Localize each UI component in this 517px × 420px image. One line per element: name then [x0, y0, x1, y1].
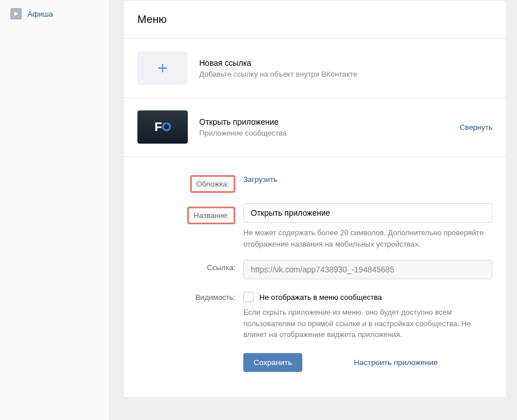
- menu-card: Меню Новая ссылка Добавьте ссылку на объ…: [123, 0, 507, 398]
- row-visibility: Видимость: Не отображать в меню сообщест…: [137, 290, 492, 372]
- app-title: Открыть приложение: [199, 117, 460, 126]
- app-subtitle: Приложение сообщества: [199, 129, 460, 137]
- row-link: Ссылка:: [137, 260, 492, 279]
- cover-value-col: Загрузить: [243, 172, 492, 193]
- name-input[interactable]: [243, 203, 492, 223]
- upload-button[interactable]: Загрузить: [243, 172, 277, 184]
- name-value-col: Не может содержать более 20 символов. До…: [243, 203, 492, 249]
- app-thumbnail: FO: [137, 110, 188, 144]
- action-row: Сохранить Настроить приложение: [243, 353, 492, 372]
- configure-app-button[interactable]: Настроить приложение: [354, 358, 438, 367]
- row-name: Название: Не может содержать более 20 си…: [137, 203, 492, 249]
- new-link-item[interactable]: Новая ссылка Добавьте ссылку на объект в…: [124, 39, 506, 98]
- cover-label: Обложка:: [190, 175, 235, 193]
- name-label: Название:: [187, 207, 235, 224]
- plus-icon: [156, 62, 169, 74]
- add-thumbnail: [137, 51, 188, 85]
- visibility-value-col: Не отображать в меню сообщества Если скр…: [243, 290, 492, 372]
- main-content: Меню Новая ссылка Добавьте ссылку на объ…: [109, 0, 517, 420]
- app-logo-f: F: [155, 120, 161, 134]
- app-logo-o: O: [161, 120, 171, 134]
- cover-label-col: Обложка:: [137, 172, 243, 193]
- new-link-text: Новая ссылка Добавьте ссылку на объект в…: [199, 58, 492, 78]
- collapse-button[interactable]: Свернуть: [460, 123, 492, 132]
- link-label: Ссылка:: [137, 260, 243, 279]
- save-button[interactable]: Сохранить: [243, 353, 302, 372]
- sidebar: Афиша: [0, 0, 109, 420]
- visibility-checkbox-row: Не отображать в меню сообщества: [243, 290, 492, 302]
- visibility-checkbox[interactable]: [243, 292, 254, 302]
- visibility-hint: Если скрыть приложение из меню, оно буде…: [243, 307, 492, 340]
- link-input: [243, 260, 492, 279]
- sidebar-item-afisha[interactable]: Афиша: [0, 5, 109, 23]
- name-hint: Не может содержать более 20 символов. До…: [243, 227, 492, 249]
- visibility-checkbox-label: Не отображать в меню сообщества: [259, 293, 382, 302]
- sidebar-item-label: Афиша: [27, 10, 53, 18]
- new-link-title: Новая ссылка: [199, 58, 492, 68]
- svg-marker-0: [14, 11, 18, 16]
- page-title: Меню: [137, 13, 492, 26]
- app-item: FO Открыть приложение Приложение сообщес…: [124, 98, 506, 157]
- form-panel: Обложка: Загрузить Название: Не может со…: [124, 157, 506, 397]
- new-link-subtitle: Добавьте ссылку на объект внутри ВКонтак…: [199, 70, 492, 78]
- name-label-col: Название:: [137, 203, 243, 249]
- app-text: Открыть приложение Приложение сообщества: [199, 117, 460, 137]
- card-header: Меню: [124, 1, 506, 39]
- play-icon: [10, 8, 22, 19]
- visibility-label: Видимость:: [137, 290, 243, 372]
- link-value-col: [243, 260, 492, 279]
- row-cover: Обложка: Загрузить: [137, 172, 492, 193]
